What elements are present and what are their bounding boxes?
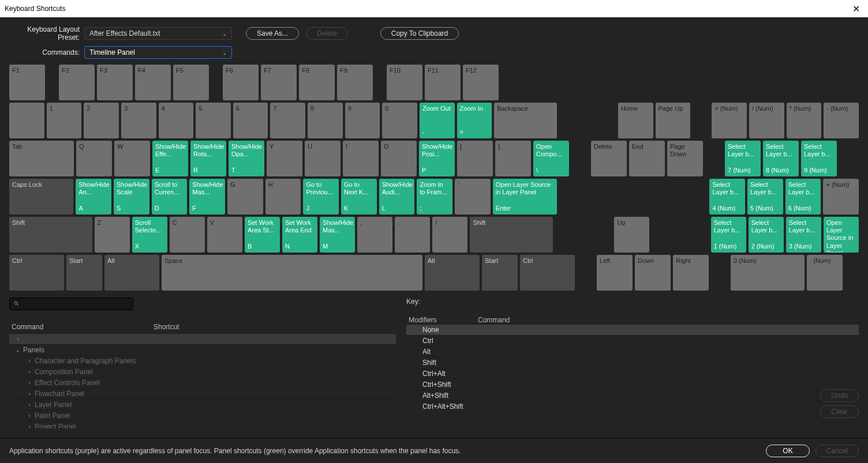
- key-backspace[interactable]: Backspace: [494, 103, 557, 138]
- modifiers-list[interactable]: NoneCtrlAltShiftCtrl+AltCtrl+ShiftAlt+Sh…: [406, 324, 859, 412]
- key--[interactable]: Open Compo...\: [533, 141, 569, 176]
- key-4-num-[interactable]: Select Layer b...4 (Num): [709, 179, 745, 214]
- modifier-row[interactable]: Ctrl: [406, 335, 859, 346]
- key-d[interactable]: Scroll to Curren...D: [152, 179, 188, 214]
- key--num-[interactable]: . (Num): [807, 255, 843, 291]
- modifier-row[interactable]: Ctrl+Alt: [406, 368, 859, 379]
- key-alt[interactable]: Alt: [425, 255, 480, 291]
- key-h[interactable]: H: [265, 179, 301, 214]
- key--num-[interactable]: / (Num): [749, 103, 784, 138]
- key-right[interactable]: Right: [673, 255, 709, 291]
- key-t[interactable]: Show/Hide Opa...T: [229, 141, 264, 176]
- key--num-[interactable]: + (Num): [823, 179, 859, 214]
- key-5[interactable]: 5: [196, 103, 231, 138]
- key-0[interactable]: 0: [382, 103, 417, 138]
- tree-row[interactable]: ⌄Panels: [9, 344, 396, 355]
- key--num-[interactable]: * (Num): [787, 103, 822, 138]
- key-r[interactable]: Show/Hide Rota...R: [190, 141, 226, 176]
- key-w[interactable]: W: [114, 141, 150, 176]
- ok-button[interactable]: OK: [766, 445, 809, 457]
- search-input[interactable]: [9, 298, 133, 310]
- modifier-row[interactable]: Alt+Shift: [406, 390, 859, 401]
- key-page-up[interactable]: Page Up: [656, 103, 691, 138]
- key-end[interactable]: End: [629, 141, 665, 176]
- cancel-button[interactable]: Cancel: [815, 445, 859, 457]
- key-alt[interactable]: Alt: [104, 255, 159, 291]
- modifier-row[interactable]: Ctrl+Shift: [406, 379, 859, 390]
- key-shift[interactable]: Shift: [9, 217, 92, 253]
- modifier-row[interactable]: None: [406, 324, 859, 335]
- key-0-num-[interactable]: 0 (Num): [731, 255, 805, 291]
- key-2-num-[interactable]: Select Layer b...2 (Num): [749, 217, 784, 253]
- key-space[interactable]: Space: [162, 255, 422, 291]
- tree-row[interactable]: ›Layer Panel: [9, 399, 396, 410]
- key-f3[interactable]: F3: [97, 65, 133, 100]
- key-f5[interactable]: F5: [173, 65, 209, 100]
- key-i[interactable]: I: [343, 141, 379, 176]
- key-e[interactable]: Show/Hide Effe...E: [152, 141, 188, 176]
- key-o[interactable]: O: [381, 141, 417, 176]
- key-shift[interactable]: Shift: [470, 217, 553, 253]
- key-ctrl[interactable]: Ctrl: [520, 255, 575, 291]
- tree-row[interactable]: ›Flowchart Panel: [9, 388, 396, 399]
- key-f1[interactable]: F1: [9, 65, 45, 100]
- key-page-down[interactable]: Page Down: [667, 141, 703, 176]
- key-n[interactable]: Set Work Area EndN: [282, 217, 317, 253]
- key-7[interactable]: 7: [270, 103, 305, 138]
- tree-row[interactable]: ›Effect Controls Panel: [9, 377, 396, 388]
- key--[interactable]: Zoom In to Fram...;: [417, 179, 452, 214]
- key-1[interactable]: 1: [47, 103, 82, 138]
- close-icon[interactable]: ✕: [849, 3, 863, 14]
- key-tab[interactable]: Tab: [9, 141, 74, 176]
- key--[interactable]: .: [395, 217, 430, 253]
- key-j[interactable]: Go to Previou...J: [303, 179, 339, 214]
- key-caps-lock[interactable]: Caps Lock: [9, 179, 73, 214]
- key-u[interactable]: U: [305, 141, 341, 176]
- key-z[interactable]: Z: [95, 217, 130, 253]
- key-b[interactable]: Set Work Area St...B: [245, 217, 280, 253]
- key-y[interactable]: Y: [267, 141, 302, 176]
- key-f10[interactable]: F10: [387, 65, 422, 100]
- key-v[interactable]: V: [207, 217, 242, 253]
- modifier-row[interactable]: Shift: [406, 357, 859, 368]
- key-9[interactable]: 9: [345, 103, 380, 138]
- key-4[interactable]: 4: [159, 103, 194, 138]
- key-a[interactable]: Show/Hide An...A: [76, 179, 111, 214]
- key--num-[interactable]: = (Num): [712, 103, 747, 138]
- key--[interactable]: `: [9, 103, 44, 138]
- preset-select[interactable]: After Effects Default.txt ⌄: [84, 27, 232, 40]
- key-x[interactable]: Scroll Selecte...X: [132, 217, 167, 253]
- copy-clipboard-button[interactable]: Copy To Clipboard: [380, 27, 459, 40]
- command-tree[interactable]: ›⌄Panels›Character and Paragraph Panels›…: [9, 333, 396, 428]
- key--[interactable]: [: [457, 141, 493, 176]
- key-c[interactable]: C: [170, 217, 205, 253]
- key-start[interactable]: Start: [482, 255, 518, 291]
- tree-row[interactable]: ›: [9, 333, 396, 344]
- key-f11[interactable]: F11: [425, 65, 461, 100]
- key-s[interactable]: Show/Hide ScaleS: [114, 179, 149, 214]
- key-f6[interactable]: F6: [223, 65, 259, 100]
- tree-row[interactable]: ›Character and Paragraph Panels: [9, 355, 396, 366]
- key-left[interactable]: Left: [597, 255, 633, 291]
- key-enter[interactable]: Open Layer Source in Layer PanelEnter: [493, 179, 557, 214]
- key-up[interactable]: Up: [614, 217, 649, 253]
- key-enter-num-[interactable]: Open Layer Source in Layer PanelEnter (N…: [824, 217, 859, 253]
- key-k[interactable]: Go to Next K...K: [341, 179, 377, 214]
- key-q[interactable]: Q: [76, 141, 112, 176]
- key--[interactable]: Zoom In=: [457, 103, 492, 138]
- key-start[interactable]: Start: [66, 255, 102, 291]
- key-g[interactable]: G: [227, 179, 263, 214]
- key-f2[interactable]: F2: [59, 65, 95, 100]
- key-f9[interactable]: F9: [337, 65, 373, 100]
- key-2[interactable]: 2: [84, 103, 119, 138]
- key-ctrl[interactable]: Ctrl: [9, 255, 64, 291]
- key-8-num-[interactable]: Select Layer b...8 (Num): [763, 141, 799, 176]
- key-m[interactable]: Show/Hide Mas...M: [320, 217, 355, 253]
- key--[interactable]: ]: [495, 141, 531, 176]
- key--[interactable]: ,: [357, 217, 392, 253]
- key-home[interactable]: Home: [618, 103, 653, 138]
- key-1-num-[interactable]: Select Layer b...1 (Num): [711, 217, 746, 253]
- key-3[interactable]: 3: [121, 103, 156, 138]
- key-6-num-[interactable]: Select Layer b...6 (Num): [785, 179, 821, 214]
- key-9-num-[interactable]: Select Layer b...9 (Num): [801, 141, 837, 176]
